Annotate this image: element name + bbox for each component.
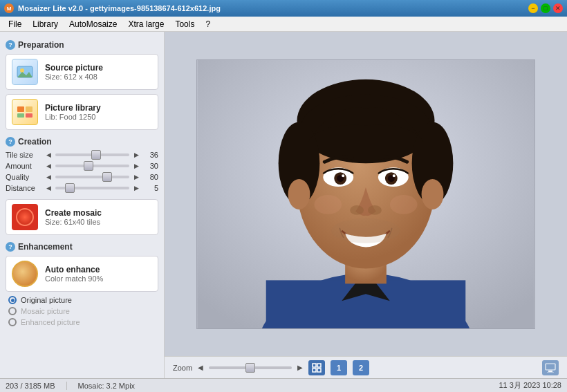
- close-button[interactable]: ✕: [553, 3, 563, 13]
- radio-enhanced: Enhanced picture: [6, 318, 158, 326]
- quality-value: 80: [143, 173, 158, 181]
- radio-enhanced-label: Enhanced picture: [21, 318, 80, 326]
- left-panel: ? Preparation Source picture Size: 612 x…: [0, 32, 165, 378]
- tile-size-slider[interactable]: [55, 153, 129, 156]
- amount-value: 30: [143, 162, 158, 170]
- create-mosaic-info: Create mosaic Size: 61x40 tiles: [45, 208, 102, 226]
- svg-rect-4: [26, 106, 32, 112]
- radio-mosaic: Mosaic picture: [6, 307, 158, 315]
- tile-size-right-arrow[interactable]: ▶: [132, 151, 140, 159]
- maximize-button[interactable]: □: [541, 3, 550, 13]
- radio-original-button[interactable]: [8, 296, 17, 304]
- status-divider-1: [66, 382, 67, 390]
- radio-original: Original picture: [6, 296, 158, 304]
- mosaic-icon-inner: [16, 208, 34, 226]
- status-datetime: 11 3月 2023 10:28: [499, 380, 561, 391]
- amount-right-arrow[interactable]: ▶: [132, 162, 140, 170]
- svg-point-29: [331, 218, 400, 243]
- zoom-slider[interactable]: [209, 366, 292, 369]
- enhancement-header: ? Enhancement: [6, 242, 158, 252]
- svg-point-31: [390, 194, 418, 214]
- svg-point-28: [368, 205, 382, 214]
- app-icon: M: [4, 3, 14, 13]
- minimize-button[interactable]: −: [528, 3, 538, 13]
- zoom-label: Zoom: [173, 364, 192, 372]
- right-panel: Zoom ◀ ▶ 1 2: [165, 32, 567, 378]
- svg-rect-5: [17, 113, 24, 118]
- quality-row: Quality ◀ ▶ 80: [6, 173, 158, 181]
- svg-point-22: [342, 174, 344, 177]
- svg-rect-38: [547, 372, 554, 373]
- distance-label: Distance: [6, 184, 41, 192]
- svg-point-18: [422, 179, 444, 209]
- svg-point-26: [393, 174, 396, 177]
- status-memory: 203 / 3185 MB: [6, 382, 55, 390]
- picture-library-card[interactable]: Picture library Lib: Food 1250: [6, 94, 158, 130]
- status-mosaic-size: Mosaic: 3.2 Mpix: [78, 382, 136, 390]
- quality-left-arrow[interactable]: ◀: [44, 173, 53, 181]
- zoom-left-arrow[interactable]: ◀: [198, 364, 203, 371]
- preparation-icon: ?: [6, 40, 15, 50]
- menu-library[interactable]: Library: [27, 18, 64, 30]
- amount-left-arrow[interactable]: ◀: [44, 162, 53, 170]
- title-bar: M Mosaizer Lite v2.0 - gettyimages-98513…: [0, 0, 567, 17]
- menu-bar: File Library AutoMosaize Xtra large Tool…: [0, 17, 567, 32]
- create-mosaic-icon: [12, 204, 38, 230]
- auto-enhance-title: Auto enhance: [45, 265, 103, 274]
- distance-right-arrow[interactable]: ▶: [132, 184, 140, 192]
- source-picture-info: Source picture Size: 612 x 408: [45, 63, 103, 81]
- auto-enhance-info: Auto enhance Color match 90%: [45, 265, 103, 283]
- zoom-1x-button[interactable]: 1: [331, 360, 347, 375]
- picture-library-subtitle: Lib: Food 1250: [45, 113, 101, 121]
- image-container: [165, 32, 567, 356]
- quality-slider[interactable]: [55, 176, 129, 178]
- auto-enhance-card[interactable]: Auto enhance Color match 90%: [6, 256, 158, 292]
- zoom-fit-button[interactable]: [308, 360, 325, 375]
- create-mosaic-card[interactable]: Create mosaic Size: 61x40 tiles: [6, 199, 158, 235]
- radio-enhanced-button[interactable]: [8, 318, 17, 326]
- picture-library-icon: [12, 99, 38, 125]
- status-bar: 203 / 3185 MB Mosaic: 3.2 Mpix 11 3月 202…: [0, 378, 567, 392]
- radio-mosaic-button[interactable]: [8, 307, 17, 315]
- portrait-svg: [197, 60, 535, 328]
- window-controls: − □ ✕: [528, 3, 563, 13]
- menu-xtra-large[interactable]: Xtra large: [122, 18, 169, 30]
- zoom-2x-button[interactable]: 2: [353, 360, 369, 375]
- zoom-thumb: [245, 363, 255, 373]
- menu-tools[interactable]: Tools: [169, 18, 200, 30]
- svg-rect-3: [17, 106, 24, 112]
- menu-automosaize[interactable]: AutoMosaize: [64, 18, 122, 30]
- tile-size-left-arrow[interactable]: ◀: [44, 151, 53, 159]
- svg-rect-36: [546, 364, 555, 370]
- svg-rect-37: [548, 371, 552, 372]
- zoom-right-arrow[interactable]: ▶: [297, 364, 303, 371]
- quality-right-arrow[interactable]: ▶: [132, 173, 140, 181]
- source-picture-subtitle: Size: 612 x 408: [45, 73, 103, 81]
- auto-enhance-subtitle: Color match 90%: [45, 274, 103, 283]
- monitor-icon: [542, 360, 559, 375]
- amount-row: Amount ◀ ▶ 30: [6, 162, 158, 170]
- creation-header: ? Creation: [6, 137, 158, 147]
- distance-left-arrow[interactable]: ◀: [44, 184, 53, 192]
- tile-size-row: Tile size ◀ ▶ 36: [6, 151, 158, 159]
- enhancement-icon: ?: [6, 242, 15, 252]
- title-bar-left: M Mosaizer Lite v2.0 - gettyimages-98513…: [4, 3, 221, 13]
- radio-original-label: Original picture: [21, 296, 72, 304]
- radio-mosaic-label: Mosaic picture: [21, 307, 70, 315]
- source-picture-card[interactable]: Source picture Size: 612 x 408: [6, 54, 158, 90]
- svg-rect-6: [26, 113, 32, 118]
- create-mosaic-subtitle: Size: 61x40 tiles: [45, 218, 102, 226]
- svg-rect-35: [317, 368, 321, 372]
- create-mosaic-title: Create mosaic: [45, 208, 102, 218]
- svg-rect-33: [317, 364, 321, 367]
- preparation-title: Preparation: [18, 40, 64, 50]
- distance-value: 5: [143, 184, 158, 192]
- menu-help[interactable]: ?: [200, 18, 216, 30]
- amount-label: Amount: [6, 162, 41, 170]
- distance-slider[interactable]: [55, 187, 129, 189]
- distance-row: Distance ◀ ▶ 5: [6, 184, 158, 192]
- quality-label: Quality: [6, 173, 41, 181]
- menu-file[interactable]: File: [3, 18, 27, 30]
- amount-slider[interactable]: [55, 165, 129, 167]
- portrait-display: [196, 59, 535, 329]
